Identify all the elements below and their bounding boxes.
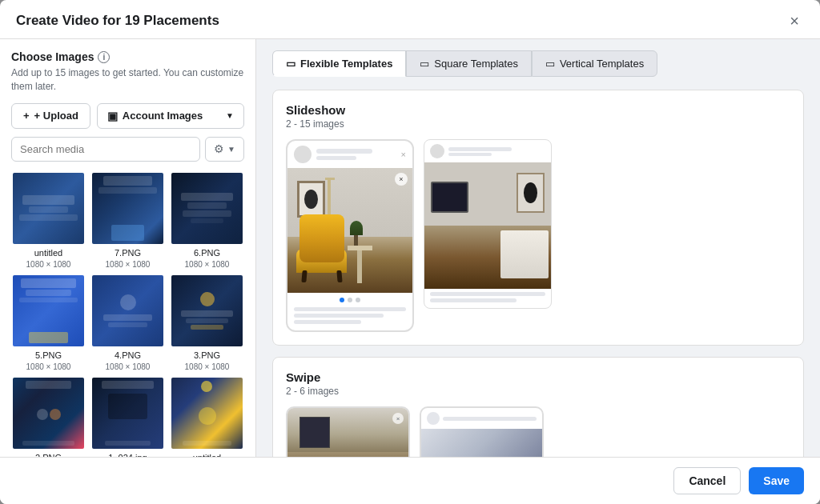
image-thumbnail: [90, 171, 165, 246]
dot: [356, 298, 360, 302]
search-input[interactable]: [11, 137, 200, 162]
dot: [340, 298, 344, 302]
choose-label: Choose Images i: [11, 50, 244, 63]
swipe-phone-secondary: [420, 406, 544, 457]
tablet-icon: ▭: [286, 58, 295, 70]
image-thumbnail: [170, 171, 244, 246]
image-thumbnail: [11, 376, 86, 450]
dot: [348, 298, 352, 302]
slideshow-preview: ×: [286, 139, 790, 332]
swipe-template-card: Swipe 2 - 6 images ×: [272, 357, 804, 457]
modal-overlay: Create Video for 19 Placements × Choose …: [0, 0, 820, 504]
avatar: [294, 146, 312, 163]
tab-square-templates[interactable]: ▭ Square Templates: [406, 50, 532, 77]
right-panel: ▭ Flexible Templates ▭ Square Templates …: [256, 39, 820, 457]
info-icon[interactable]: i: [98, 51, 110, 63]
filter-icon: ⚙: [214, 142, 224, 155]
account-images-button[interactable]: ▣ Account Images ▼: [97, 103, 244, 129]
list-item[interactable]: 4.PNG 1080 × 1080: [90, 274, 165, 371]
slideshow-title: Slideshow: [286, 103, 790, 117]
tabs-row: ▭ Flexible Templates ▭ Square Templates …: [256, 39, 820, 77]
image-thumbnail: [11, 171, 86, 246]
slideshow-subtitle: 2 - 15 images: [286, 118, 790, 130]
image-thumbnail: [11, 274, 86, 348]
tab-vertical-templates[interactable]: ▭ Vertical Templates: [532, 50, 657, 77]
image-thumbnail: [170, 376, 244, 450]
upload-button[interactable]: + + Upload: [11, 103, 90, 129]
image-thumbnail: [90, 274, 165, 348]
cancel-button[interactable]: Cancel: [673, 467, 741, 494]
filter-button[interactable]: ⚙ ▼: [205, 137, 244, 162]
avatar: [430, 144, 444, 158]
left-panel: Choose Images i Add up to 15 images to g…: [0, 39, 256, 457]
phone-dots: [287, 293, 412, 307]
list-item[interactable]: 6.PNG 1080 × 1080: [170, 171, 244, 269]
swipe-subtitle: 2 - 6 images: [286, 386, 790, 397]
modal-body: Choose Images i Add up to 15 images to g…: [0, 39, 820, 457]
phone-footer-lines: [287, 307, 412, 330]
slideshow-phone-secondary: [424, 139, 552, 309]
slideshow-phone-main: ×: [286, 139, 414, 332]
square-icon: ▭: [420, 58, 429, 70]
modal-header: Create Video for 19 Placements ×: [0, 0, 820, 39]
image-thumbnail: [170, 274, 244, 348]
slideshow-template-card: Slideshow 2 - 15 images: [272, 90, 804, 346]
list-item[interactable]: untitled 1080 × 1080: [11, 171, 86, 269]
second-phone-footer: [424, 289, 551, 308]
modal-footer: Cancel Save: [0, 457, 820, 504]
close-button[interactable]: ×: [785, 11, 804, 30]
modal: Create Video for 19 Placements × Choose …: [0, 0, 820, 504]
swipe-close-icon: ×: [392, 413, 404, 424]
list-item[interactable]: 7.PNG 1080 × 1080: [90, 171, 165, 269]
swipe-preview: ×: [286, 406, 790, 457]
list-item[interactable]: 2.PNG 1080 × 1080: [11, 376, 86, 457]
second-phone-header: [424, 140, 551, 162]
account-images-icon: ▣: [107, 110, 118, 122]
phone-close-icon: ×: [401, 150, 406, 159]
list-item[interactable]: 1_024.jpg 1080 × 1080: [90, 376, 165, 457]
templates-content: Slideshow 2 - 15 images: [256, 77, 820, 457]
image-thumbnail: [90, 376, 165, 450]
filter-dropdown-icon: ▼: [227, 145, 235, 154]
plus-icon: +: [23, 110, 30, 122]
swipe-title: Swipe: [286, 370, 790, 384]
list-item[interactable]: untitled 1080 × 1920: [170, 376, 244, 457]
dropdown-arrow-icon: ▼: [226, 111, 234, 120]
list-item[interactable]: 5.PNG 1080 × 1080: [11, 274, 86, 371]
image-grid: untitled 1080 × 1080 7.PNG 1080 × 1: [11, 171, 244, 457]
phone-header: ×: [287, 141, 412, 168]
upload-row: + + Upload ▣ Account Images ▼: [11, 103, 244, 129]
save-button[interactable]: Save: [749, 467, 804, 494]
image-close-icon: ×: [395, 173, 408, 186]
modal-title: Create Video for 19 Placements: [16, 13, 219, 29]
swipe-phone-main: ×: [286, 406, 410, 457]
vertical-icon: ▭: [545, 58, 555, 70]
tab-flexible-templates[interactable]: ▭ Flexible Templates: [272, 50, 406, 77]
list-item[interactable]: 3.PNG 1080 × 1080: [170, 274, 244, 371]
search-row: ⚙ ▼: [11, 137, 244, 162]
choose-desc: Add up to 15 images to get started. You …: [11, 66, 244, 94]
